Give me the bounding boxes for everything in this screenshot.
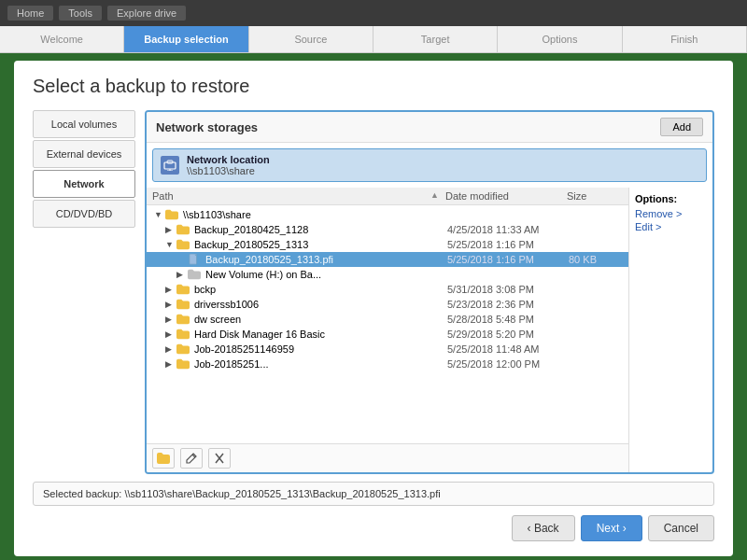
main-content: Select a backup to restore Local volumes… xyxy=(14,61,733,556)
network-location-icon xyxy=(161,156,179,175)
tree-row[interactable]: ▶ dw screen 5/28/2018 5:48 PM xyxy=(147,312,628,327)
panel-options: Options: Remove > Edit > xyxy=(628,188,712,472)
selected-backup-label: Selected backup: xyxy=(43,488,121,499)
expand-icon[interactable]: ▶ xyxy=(165,315,176,324)
network-storages-panel: Network storages Add Network location \\… xyxy=(145,110,714,474)
folder-icon xyxy=(176,239,191,250)
folder-icon xyxy=(176,314,191,325)
tree-item-name: Backup_20180425_1128 xyxy=(194,224,447,235)
tree-item-name: New Volume (H:) on Ba... xyxy=(205,269,447,280)
tree-item-date: 5/28/2018 5:48 PM xyxy=(447,314,569,325)
selected-backup-info: Selected backup: \\sb1103\share\Backup_2… xyxy=(33,482,714,506)
folder-icon xyxy=(176,343,191,355)
wizard-step-welcome[interactable]: Welcome xyxy=(0,26,124,52)
expand-icon[interactable]: ▶ xyxy=(165,300,176,309)
header-size: Size xyxy=(567,190,623,202)
edit-button[interactable] xyxy=(180,448,203,469)
folder-icon xyxy=(176,358,191,370)
expand-icon[interactable]: ▶ xyxy=(165,359,176,369)
tree-row[interactable]: ▼ Backup_20180525_1313 5/25/2018 1:16 PM xyxy=(147,237,628,252)
tree-item-date: 5/25/2018 12:00 PM xyxy=(447,358,569,370)
folder-icon xyxy=(165,209,180,220)
network-location-name: Network location xyxy=(187,154,270,165)
expand-icon[interactable]: ▶ xyxy=(165,285,176,294)
file-tree[interactable]: ▼ \\sb1103\share ▶ xyxy=(147,205,628,443)
network-location-path: \\sb1103\share xyxy=(187,165,270,176)
tree-item-name: Job-20185251146959 xyxy=(194,343,447,355)
tree-row[interactable]: ▶ Job-20185251146959 5/25/2018 11:48 AM xyxy=(147,342,628,357)
sidebar-item-cddvdbd[interactable]: CD/DVD/BD xyxy=(33,200,135,228)
tree-row[interactable]: ▶ bckp 5/31/2018 3:08 PM xyxy=(147,282,628,297)
panel-title: Network storages xyxy=(156,120,258,134)
navigation-buttons: ‹ Back Next › Cancel xyxy=(33,515,714,541)
tree-row[interactable]: ▶ New Volume (H:) on Ba... xyxy=(147,267,628,282)
home-button[interactable]: Home xyxy=(7,6,53,21)
header-date: Date modified xyxy=(445,190,567,202)
header-path: Path xyxy=(152,190,430,202)
panel-header: Network storages Add xyxy=(147,112,712,143)
next-button[interactable]: Next › xyxy=(581,515,642,541)
file-icon xyxy=(188,254,203,265)
sidebar-item-local-volumes[interactable]: Local volumes xyxy=(33,110,135,138)
tree-item-name: Hard Disk Manager 16 Basic xyxy=(194,329,447,340)
tree-row[interactable]: ▼ \\sb1103\share xyxy=(147,207,628,222)
tree-item-size: 80 KB xyxy=(569,254,625,265)
delete-button[interactable] xyxy=(208,448,231,469)
sidebar-item-network[interactable]: Network xyxy=(33,170,135,198)
add-folder-button[interactable] xyxy=(152,448,175,469)
expand-icon[interactable]: ▶ xyxy=(176,270,188,279)
tree-item-date: 5/25/2018 1:16 PM xyxy=(447,239,569,250)
tree-item-date: 4/25/2018 11:33 AM xyxy=(447,224,569,235)
tree-item-date: 5/31/2018 3:08 PM xyxy=(447,284,569,295)
folder-icon xyxy=(176,299,191,310)
expand-icon xyxy=(176,255,188,264)
tree-row[interactable]: ▶ Backup_20180425_1128 4/25/2018 11:33 A… xyxy=(147,222,628,237)
wizard-step-backup-selection[interactable]: Backup selection xyxy=(124,26,248,52)
page-title: Select a backup to restore xyxy=(33,76,714,97)
tree-item-name: \\sb1103\share xyxy=(183,209,447,220)
network-location-text: Network location \\sb1103\share xyxy=(187,154,270,176)
folder-icon xyxy=(188,269,203,280)
tree-row[interactable]: ▶ Job-20185251... 5/25/2018 12:00 PM xyxy=(147,357,628,371)
tools-button[interactable]: Tools xyxy=(59,6,102,21)
edit-link[interactable]: Edit > xyxy=(635,221,707,232)
header-sort-icon: ▲ xyxy=(430,190,445,202)
tree-item-name: Backup_20180525_1313.pfi xyxy=(205,254,447,265)
tree-row[interactable]: ▶ driverssb1006 5/23/2018 2:36 PM xyxy=(147,297,628,312)
wizard-step-finish[interactable]: Finish xyxy=(623,26,747,52)
tree-row[interactable]: ▶ Hard Disk Manager 16 Basic 5/29/2018 5… xyxy=(147,327,628,342)
tree-item-date: 5/25/2018 1:16 PM xyxy=(447,254,569,265)
sidebar-item-external-devices[interactable]: External devices xyxy=(33,140,135,168)
tree-item-date: 5/25/2018 11:48 AM xyxy=(447,343,569,355)
explore-drive-button[interactable]: Explore drive xyxy=(107,6,186,21)
tree-item-date: 5/23/2018 2:36 PM xyxy=(447,299,569,310)
content-layout: Local volumes External devices Network C… xyxy=(33,110,714,474)
expand-icon[interactable]: ▶ xyxy=(165,329,176,339)
expand-icon[interactable]: ▶ xyxy=(165,344,176,354)
tree-item-name: Backup_20180525_1313 xyxy=(194,239,447,250)
tree-header: Path ▲ Date modified Size xyxy=(147,188,628,205)
tree-row-selected[interactable]: Backup_20180525_1313.pfi 5/25/2018 1:16 … xyxy=(147,252,628,267)
wizard-step-options[interactable]: Options xyxy=(498,26,622,52)
wizard-step-source[interactable]: Source xyxy=(249,26,374,52)
back-button[interactable]: ‹ Back xyxy=(512,515,575,541)
wizard-step-target[interactable]: Target xyxy=(374,26,498,52)
expand-icon[interactable]: ▼ xyxy=(165,240,176,249)
folder-icon xyxy=(176,284,191,295)
remove-link[interactable]: Remove > xyxy=(635,208,707,219)
folder-icon xyxy=(176,329,191,340)
wizard-steps: Welcome Backup selection Source Target O… xyxy=(0,26,747,53)
network-location-item[interactable]: Network location \\sb1103\share xyxy=(152,148,707,182)
tree-item-name: bckp xyxy=(194,284,447,295)
expand-icon[interactable]: ▼ xyxy=(154,210,165,219)
selected-backup-path: \\sb1103\share\Backup_20180525_1313\Back… xyxy=(124,488,440,499)
cancel-button[interactable]: Cancel xyxy=(648,515,714,541)
top-bar: Home Tools Explore drive xyxy=(0,0,747,26)
tree-and-options: Path ▲ Date modified Size ▼ xyxy=(147,188,712,472)
file-tree-section: Path ▲ Date modified Size ▼ xyxy=(147,188,628,472)
expand-icon[interactable]: ▶ xyxy=(165,225,176,234)
tree-item-name: Job-20185251... xyxy=(194,358,447,370)
add-button[interactable]: Add xyxy=(660,118,703,136)
tree-item-date: 5/29/2018 5:20 PM xyxy=(447,329,569,340)
tree-item-name: driverssb1006 xyxy=(194,299,447,310)
